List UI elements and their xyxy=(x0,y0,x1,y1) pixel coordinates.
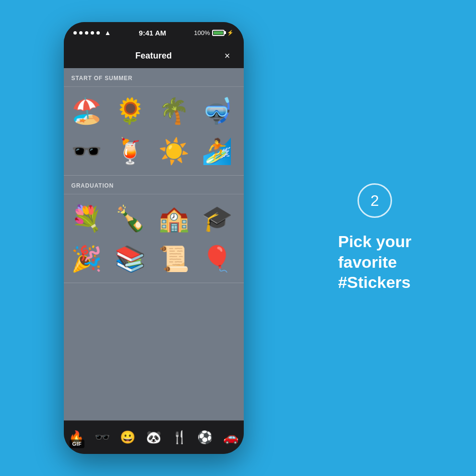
step-text-line1: Pick yourfavorite#Stickers xyxy=(338,232,411,291)
close-button[interactable]: × xyxy=(221,49,234,62)
step-circle: 2 xyxy=(357,183,392,218)
signal-dots: ▲ xyxy=(73,29,111,36)
sticker-books[interactable]: 📚 xyxy=(111,239,149,278)
sticker-sunglasses[interactable]: 🕶️ xyxy=(68,132,106,170)
signal-dot-1 xyxy=(73,31,77,35)
graduation-section: GRADUATION 💐 🍾 🏫 🎓 🎉 📚 📜 🎈 xyxy=(64,176,244,283)
sticker-surfer[interactable]: 🏄 xyxy=(198,132,237,170)
sunglasses-tab[interactable]: 🕶️ xyxy=(91,426,114,449)
gif-badge: GIF xyxy=(70,440,85,448)
right-panel: 2 Pick yourfavorite#Stickers xyxy=(274,164,476,312)
food-tab[interactable]: 🍴 xyxy=(168,426,191,449)
emoji-tab[interactable]: 😀 xyxy=(116,426,139,449)
sticker-cocktail[interactable]: 🍹 xyxy=(111,132,149,170)
sticker-champagne[interactable]: 🍾 xyxy=(111,199,149,238)
summer-sticker-grid: 🏖️ 🌻 🌴 🤿 🕶️ 🍹 ☀️ 🏄 xyxy=(64,87,244,176)
status-right: 100% ⚡ xyxy=(194,29,234,36)
summer-section-header: START OF SUMMER xyxy=(64,68,244,87)
sticker-panel[interactable]: START OF SUMMER 🏖️ 🌻 🌴 🤿 🕶️ 🍹 ☀️ 🏄 GRADU… xyxy=(64,68,244,420)
header-title: Featured xyxy=(135,51,172,61)
step-number: 2 xyxy=(370,192,379,210)
wifi-icon: ▲ xyxy=(105,29,111,36)
signal-dot-3 xyxy=(85,31,88,35)
battery-fill xyxy=(214,31,223,35)
phone-container: ▲ 9:41 AM 100% ⚡ Featured × START OF SUM… xyxy=(34,8,274,468)
status-bar: ▲ 9:41 AM 100% ⚡ xyxy=(64,22,244,43)
tab-bar: 🔥 🕶️ 😀 🐼 🍴 ⚽ 🚗 xyxy=(64,420,244,454)
signal-dot-5 xyxy=(96,31,100,35)
battery-text: 100% xyxy=(194,29,210,36)
app-header: Featured × xyxy=(64,43,244,68)
sticker-beach-ball[interactable]: 🏖️ xyxy=(68,92,106,130)
bolt-icon: ⚡ xyxy=(227,30,234,36)
signal-dot-4 xyxy=(91,31,94,35)
step-text: Pick yourfavorite#Stickers xyxy=(338,231,411,293)
sticker-school[interactable]: 🏫 xyxy=(155,199,193,238)
transport-tab[interactable]: 🚗 xyxy=(219,426,242,449)
sticker-scroll[interactable]: 📜 xyxy=(155,239,193,278)
sports-tab[interactable]: ⚽ xyxy=(193,426,216,449)
battery-icon xyxy=(212,30,225,36)
sticker-palm-tree[interactable]: 🌴 xyxy=(155,92,193,130)
phone: ▲ 9:41 AM 100% ⚡ Featured × START OF SUM… xyxy=(64,22,244,454)
status-time: 9:41 AM xyxy=(139,29,166,37)
sticker-flowers[interactable]: 💐 xyxy=(68,199,106,238)
graduation-sticker-grid: 💐 🍾 🏫 🎓 🎉 📚 📜 🎈 xyxy=(64,194,244,283)
sticker-party-popper[interactable]: 🎉 xyxy=(68,239,106,278)
summer-section: START OF SUMMER 🏖️ 🌻 🌴 🤿 🕶️ 🍹 ☀️ 🏄 xyxy=(64,68,244,176)
signal-dot-2 xyxy=(79,31,83,35)
sticker-grad-cap[interactable]: 🎓 xyxy=(198,199,237,238)
sticker-sunflower[interactable]: 🌻 xyxy=(111,92,149,130)
panda-tab[interactable]: 🐼 xyxy=(142,426,165,449)
graduation-section-header: GRADUATION xyxy=(64,176,244,194)
sticker-snorkel[interactable]: 🤿 xyxy=(198,92,237,130)
sticker-balloons[interactable]: 🎈 xyxy=(198,239,237,278)
sticker-sun[interactable]: ☀️ xyxy=(155,132,193,170)
